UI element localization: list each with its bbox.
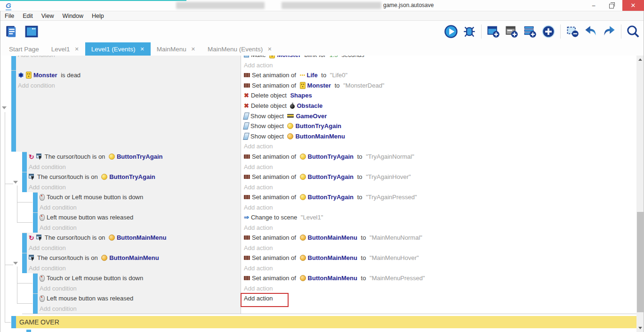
- actions-cell[interactable]: Add action: [241, 293, 636, 314]
- conditions-cell[interactable]: ↻ The cursor/touch is on ButtonMainMenu …: [27, 233, 241, 253]
- comment-block[interactable]: GAME OVER: [16, 316, 636, 328]
- play-button[interactable]: [443, 24, 459, 40]
- action-line[interactable]: Show object ButtonMainMenu: [244, 131, 636, 142]
- add-condition-button[interactable]: Add condition: [18, 81, 241, 91]
- export-window-icon[interactable]: [24, 24, 40, 40]
- action-line[interactable]: Set animation of ButtonMainMenu to "Main…: [244, 233, 636, 243]
- scroll-up-icon[interactable]: [638, 58, 642, 61]
- add-comment-button[interactable]: [522, 24, 538, 40]
- add-condition-button[interactable]: Add condition: [40, 283, 241, 293]
- actions-cell[interactable]: Set animation of ButtonTryAgain to "TryA…: [241, 172, 636, 192]
- condition-line[interactable]: Touch or Left mouse button is down: [40, 273, 241, 283]
- tab-close-icon[interactable]: ✕: [140, 46, 145, 52]
- comment-row[interactable]: GAME OVER: [0, 316, 636, 328]
- add-condition-button[interactable]: Add condition: [40, 223, 241, 233]
- restore-button[interactable]: [604, 0, 619, 11]
- vertical-scrollbar[interactable]: [636, 56, 644, 332]
- conditions-cell[interactable]: Left mouse button was released Add condi…: [38, 212, 241, 233]
- add-event-button[interactable]: [485, 24, 501, 40]
- tab-close-icon[interactable]: ✕: [191, 46, 195, 52]
- conditions-cell[interactable]: Add condition: [16, 56, 241, 70]
- tab-start-page[interactable]: Start Page: [3, 42, 45, 56]
- condition-line[interactable]: The cursor/touch is on ButtonMainMenu: [29, 253, 241, 263]
- add-condition-button[interactable]: Add condition: [29, 162, 241, 172]
- debug-button[interactable]: [461, 24, 477, 40]
- project-file-icon[interactable]: [4, 24, 20, 40]
- conditions-cell[interactable]: Monster is dead Add condition: [16, 70, 241, 152]
- undo-button[interactable]: [583, 24, 599, 40]
- condition-line[interactable]: Left mouse button was released: [40, 293, 241, 304]
- actions-cell[interactable]: Set animation of ButtonMainMenu to "Main…: [241, 273, 636, 293]
- conditions-cell[interactable]: Left mouse button was released Add condi…: [38, 293, 241, 314]
- action-line[interactable]: ✖ Delete object Obstacle: [244, 101, 636, 111]
- action-line[interactable]: Make Monster blink for 1.5 seconds: [244, 56, 636, 60]
- action-line[interactable]: Set animation of ButtonTryAgain to "TryA…: [244, 172, 636, 182]
- condition-line[interactable]: ↻ The cursor/touch is on ButtonTryAgain: [29, 152, 241, 162]
- add-action-button[interactable]: Add action: [244, 60, 636, 70]
- add-condition-button[interactable]: Add condition: [40, 304, 241, 314]
- add-action-button[interactable]: Add action: [244, 223, 636, 233]
- conditions-cell[interactable]: Touch or Left mouse button is down Add c…: [38, 192, 241, 212]
- add-action-button-highlighted[interactable]: Add action: [244, 293, 636, 304]
- action-line[interactable]: Set animation of ButtonTryAgain to "TryA…: [244, 192, 636, 202]
- tab-mainmenu-events[interactable]: MainMenu (Events)✕: [201, 42, 278, 56]
- condition-line[interactable]: Touch or Left mouse button is down: [40, 192, 241, 202]
- scroll-down-icon[interactable]: [638, 327, 642, 329]
- menu-help[interactable]: Help: [92, 13, 104, 19]
- condition-line[interactable]: ↻ The cursor/touch is on ButtonMainMenu: [29, 233, 241, 243]
- condition-line[interactable]: Monster is dead: [18, 70, 241, 81]
- tab-level1[interactable]: Level1✕: [45, 42, 85, 56]
- action-line[interactable]: ✖ Delete object Shapes: [244, 90, 636, 101]
- action-line[interactable]: Set animation of Monster to "MonsterDead…: [244, 81, 636, 91]
- add-circle-button[interactable]: [540, 24, 556, 40]
- condition-line[interactable]: The cursor/touch is on ButtonTryAgain: [29, 172, 241, 182]
- action-line[interactable]: Show object ButtonTryAgain: [244, 121, 636, 131]
- add-action-button[interactable]: Add action: [244, 243, 636, 253]
- menu-edit[interactable]: Edit: [23, 13, 33, 19]
- tab-level1-events[interactable]: Level1 (Events)✕: [85, 42, 151, 56]
- mouse-icon: [40, 214, 45, 221]
- tab-close-icon[interactable]: ✕: [75, 46, 79, 52]
- tab-close-icon[interactable]: ✕: [267, 46, 272, 52]
- condition-line[interactable]: Left mouse button was released: [40, 212, 241, 223]
- redo-button[interactable]: [601, 24, 617, 40]
- add-condition-button[interactable]: Add condition: [29, 243, 241, 253]
- actions-cell[interactable]: ⇒ Change to scene "Level1" Add action: [241, 212, 636, 233]
- actions-cell[interactable]: Set animation of ButtonTryAgain to "TryA…: [241, 192, 636, 212]
- action-line[interactable]: Set animation of ButtonMainMenu to "Main…: [244, 273, 636, 283]
- conditions-cell[interactable]: ↻ The cursor/touch is on ButtonTryAgain …: [27, 152, 241, 172]
- add-subevent-button[interactable]: [504, 24, 520, 40]
- actions-cell[interactable]: Set animation of ButtonTryAgain to "TryA…: [241, 152, 636, 172]
- add-condition-button[interactable]: Add condition: [40, 202, 241, 212]
- actions-cell[interactable]: Set animation of ButtonMainMenu to "Main…: [241, 253, 636, 273]
- tab-mainmenu[interactable]: MainMenu✕: [151, 42, 201, 56]
- search-button[interactable]: [625, 24, 641, 40]
- conditions-cell[interactable]: Touch or Left mouse button is down Add c…: [38, 273, 241, 293]
- delete-selection-button[interactable]: [564, 24, 580, 40]
- add-condition-button[interactable]: Add condition: [18, 56, 241, 60]
- actions-cell[interactable]: Set animation of ButtonMainMenu to "Main…: [241, 233, 636, 253]
- add-condition-button[interactable]: Add condition: [29, 263, 241, 273]
- action-line[interactable]: ⇒ Change to scene "Level1": [244, 212, 636, 223]
- add-action-button[interactable]: Add action: [244, 283, 636, 293]
- add-action-button[interactable]: Add action: [244, 182, 636, 192]
- add-action-button[interactable]: Add action: [244, 263, 636, 273]
- menu-file[interactable]: File: [5, 13, 14, 19]
- action-line[interactable]: Set animation of ButtonTryAgain to "TryA…: [244, 152, 636, 162]
- conditions-cell[interactable]: The cursor/touch is on ButtonMainMenu Ad…: [27, 253, 241, 273]
- conditions-cell[interactable]: The cursor/touch is on ButtonTryAgain Ad…: [27, 172, 241, 192]
- add-action-button[interactable]: Add action: [244, 162, 636, 172]
- close-button[interactable]: ✕: [622, 0, 644, 11]
- action-line[interactable]: Set animation of Life to "Life0": [244, 70, 636, 81]
- actions-cell[interactable]: Set animation of Life to "Life0" Set ani…: [241, 70, 636, 152]
- add-action-button[interactable]: Add action: [244, 202, 636, 212]
- action-line[interactable]: Set animation of ButtonMainMenu to "Main…: [244, 253, 636, 263]
- actions-cell[interactable]: Make Monster blink for 1.5 seconds Add a…: [241, 56, 636, 70]
- menu-view[interactable]: View: [41, 13, 54, 19]
- add-condition-button[interactable]: Add condition: [29, 182, 241, 192]
- action-line[interactable]: Show object GameOver: [244, 111, 636, 121]
- add-action-button[interactable]: Add action: [244, 141, 636, 152]
- minimize-button[interactable]: –: [587, 0, 601, 11]
- scrollbar-thumb[interactable]: [637, 212, 644, 312]
- menu-window[interactable]: Window: [63, 13, 83, 19]
